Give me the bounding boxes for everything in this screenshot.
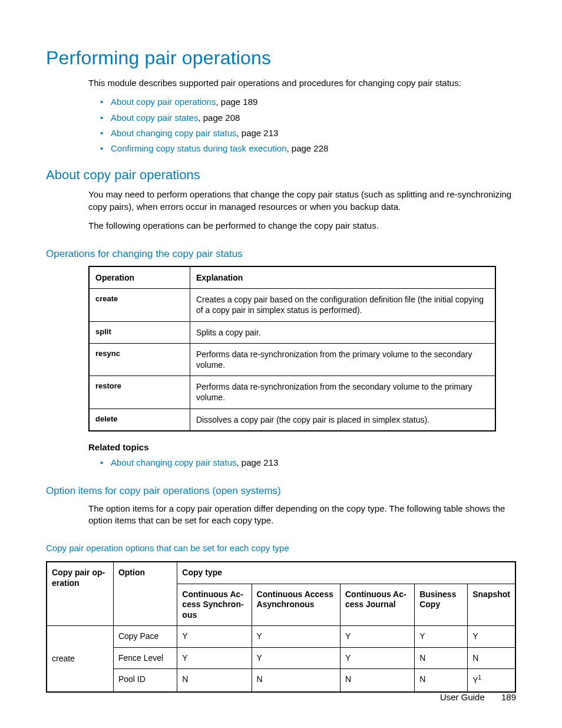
toc-item: About changing copy pair status, page 21…	[100, 127, 516, 139]
cell-val: N	[415, 647, 468, 669]
th-ct-business-copy: Business Copy	[415, 584, 468, 626]
th-ct-async: Continuous Access Asynchronous	[252, 584, 340, 626]
cell-val: N	[252, 669, 340, 692]
toc-suffix: , page 213	[236, 128, 278, 138]
th-ct-sync: Continuous Ac- cess Synchron- ous	[177, 584, 252, 626]
table-row: splitSplits a copy pair.	[89, 321, 495, 343]
cell-val: Y	[252, 647, 340, 669]
related-suffix: , page 213	[236, 457, 278, 467]
table-row: resyncPerforms data re-synchronization f…	[89, 343, 495, 375]
toc-item: About copy pair states, page 208	[100, 112, 516, 124]
document-page: Performing pair operations This module d…	[0, 0, 562, 728]
th-operation: Operation	[89, 266, 190, 289]
cell-val: Y	[340, 647, 414, 669]
th-copy-type: Copy type	[177, 562, 515, 584]
table-row: restorePerforms data re-synchronization …	[89, 376, 495, 409]
cell-operation: split	[89, 321, 190, 343]
table-row: Pool ID N N N N Y1	[47, 669, 515, 692]
table2-heading: Copy pair operation options that can be …	[46, 543, 516, 553]
page-footer: User Guide 189	[440, 692, 516, 702]
footer-label: User Guide	[440, 692, 485, 702]
footnote-ref: 1	[478, 674, 482, 681]
toc-link[interactable]: Confirming copy status during task execu…	[111, 143, 286, 153]
cell-val: Y	[177, 626, 252, 648]
cell-option: Fence Level	[113, 647, 177, 669]
cell-option: Copy Pace	[113, 626, 177, 648]
cell-explanation: Performs data re-synchronization from th…	[190, 376, 496, 409]
options-table: Copy pair op- eration Option Copy type C…	[46, 561, 516, 692]
toc-link[interactable]: About copy pair operations	[111, 97, 216, 107]
section1-p1: You may need to perform operations that …	[88, 189, 516, 213]
operations-table: Operation Explanation createCreates a co…	[88, 266, 496, 431]
cell-val: N	[415, 669, 468, 692]
toc-link[interactable]: About changing copy pair status	[111, 128, 236, 138]
cell-explanation: Creates a copy pair based on the configu…	[190, 289, 496, 321]
section2-body: The option items for a copy pair operati…	[88, 503, 516, 527]
cell-val: N	[177, 669, 252, 692]
cell-val-text: Y	[472, 676, 478, 685]
cell-val: Y	[340, 626, 414, 648]
related-link[interactable]: About changing copy pair status	[111, 457, 236, 467]
cell-operation: create	[89, 289, 190, 321]
th-ct-journal: Continuous Ac- cess Journal	[340, 584, 414, 626]
cell-operation: resync	[89, 343, 190, 375]
toc-suffix: , page 208	[198, 113, 240, 123]
table-row: createCreates a copy pair based on the c…	[89, 289, 495, 321]
section2-p1: The option items for a copy pair operati…	[88, 503, 516, 527]
cell-val: Y	[468, 626, 515, 648]
cell-option: Pool ID	[113, 669, 177, 692]
table-row: create Copy Pace Y Y Y Y Y	[47, 626, 515, 648]
cell-explanation: Splits a copy pair.	[190, 321, 496, 343]
table1-heading: Operations for changing the copy pair st…	[46, 248, 516, 260]
cell-explanation: Performs data re-synchronization from th…	[190, 343, 496, 375]
cell-val: Y1	[468, 669, 515, 692]
th-explanation: Explanation	[190, 266, 496, 289]
toc-suffix: , page 189	[216, 97, 257, 107]
intro-block: This module describes supported pair ope…	[88, 77, 516, 154]
cell-val: Y	[252, 626, 340, 648]
related-item: About changing copy pair status, page 21…	[100, 457, 516, 469]
cell-operation: delete	[89, 409, 190, 431]
toc-list: About copy pair operations, page 189 Abo…	[100, 96, 516, 154]
toc-suffix: , page 228	[286, 143, 328, 153]
th-ct-snapshot: Snapshot	[468, 584, 515, 626]
cell-explanation: Dissolves a copy pair (the copy pair is …	[190, 409, 496, 431]
table-row: Operation Explanation	[89, 266, 495, 289]
cell-op-group: create	[47, 626, 113, 692]
section1-body: You may need to perform operations that …	[88, 189, 516, 232]
related-topics-block: Related topics About changing copy pair …	[88, 442, 516, 469]
th-copy-pair-operation: Copy pair op- eration	[47, 562, 113, 626]
toc-item: About copy pair operations, page 189	[100, 96, 516, 108]
cell-val: N	[468, 647, 515, 669]
footer-page-number: 189	[501, 692, 516, 702]
toc-item: Confirming copy status during task execu…	[100, 143, 516, 154]
table-row: Fence Level Y Y Y N N	[47, 647, 515, 669]
table-row: Copy pair op- eration Option Copy type	[47, 562, 515, 584]
cell-val: N	[340, 669, 414, 692]
toc-link[interactable]: About copy pair states	[111, 113, 198, 123]
table-row: deleteDissolves a copy pair (the copy pa…	[89, 409, 495, 431]
section-heading-about-operations: About copy pair operations	[46, 167, 516, 183]
related-topics-title: Related topics	[88, 442, 516, 452]
cell-val: Y	[415, 626, 468, 648]
section1-p2: The following operations can be performe…	[88, 220, 516, 232]
th-option: Option	[113, 562, 177, 626]
section2-heading: Option items for copy pair operations (o…	[46, 485, 516, 497]
cell-val: Y	[177, 647, 252, 669]
intro-paragraph: This module describes supported pair ope…	[88, 77, 516, 89]
cell-operation: restore	[89, 376, 190, 409]
related-topics-list: About changing copy pair status, page 21…	[100, 457, 516, 469]
page-title: Performing pair operations	[46, 47, 516, 69]
